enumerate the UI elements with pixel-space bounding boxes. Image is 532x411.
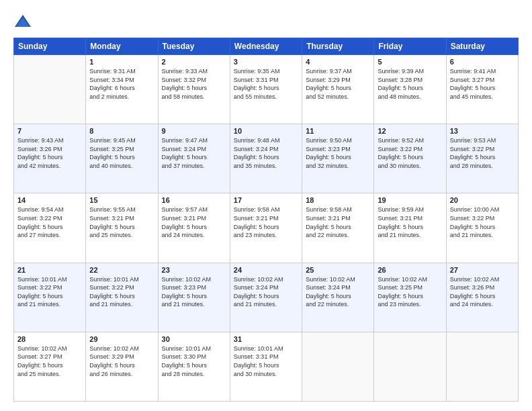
calendar-cell: 1Sunrise: 9:31 AM Sunset: 3:34 PM Daylig… (86, 55, 158, 124)
weekday-header-tuesday: Tuesday (158, 38, 230, 55)
logo-icon (13, 12, 32, 31)
calendar-cell: 6Sunrise: 9:41 AM Sunset: 3:27 PM Daylig… (446, 55, 518, 124)
calendar-table: SundayMondayTuesdayWednesdayThursdayFrid… (13, 38, 519, 402)
calendar-cell (374, 332, 446, 401)
day-info: Sunrise: 9:48 AM Sunset: 3:24 PM Dayligh… (234, 136, 298, 170)
page: SundayMondayTuesdayWednesdayThursdayFrid… (0, 0, 532, 411)
day-number: 16 (162, 196, 226, 204)
day-info: Sunrise: 9:37 AM Sunset: 3:29 PM Dayligh… (306, 67, 370, 101)
calendar-cell: 11Sunrise: 9:50 AM Sunset: 3:23 PM Dayli… (302, 124, 374, 193)
calendar-cell: 26Sunrise: 10:02 AM Sunset: 3:25 PM Dayl… (374, 263, 446, 332)
day-info: Sunrise: 9:31 AM Sunset: 3:34 PM Dayligh… (89, 67, 154, 101)
calendar-cell: 14Sunrise: 9:54 AM Sunset: 3:22 PM Dayli… (14, 193, 86, 263)
calendar-cell: 17Sunrise: 9:58 AM Sunset: 3:21 PM Dayli… (230, 193, 302, 263)
weekday-header-thursday: Thursday (302, 38, 374, 55)
day-number: 30 (162, 335, 226, 343)
day-number: 7 (17, 127, 82, 135)
calendar-cell: 12Sunrise: 9:52 AM Sunset: 3:22 PM Dayli… (374, 124, 446, 193)
day-number: 23 (162, 266, 226, 274)
day-number: 8 (89, 127, 154, 135)
day-info: Sunrise: 10:00 AM Sunset: 3:22 PM Daylig… (450, 205, 515, 239)
weekday-header-row: SundayMondayTuesdayWednesdayThursdayFrid… (14, 38, 519, 55)
weekday-header-monday: Monday (86, 38, 158, 55)
day-number: 3 (234, 58, 298, 66)
day-info: Sunrise: 10:02 AM Sunset: 3:26 PM Daylig… (450, 275, 515, 309)
day-number: 9 (162, 127, 226, 135)
day-number: 13 (450, 127, 515, 135)
logo (13, 12, 35, 31)
calendar-cell: 23Sunrise: 10:02 AM Sunset: 3:23 PM Dayl… (158, 263, 230, 332)
day-info: Sunrise: 9:58 AM Sunset: 3:21 PM Dayligh… (306, 205, 370, 239)
day-number: 15 (89, 196, 154, 204)
day-info: Sunrise: 9:53 AM Sunset: 3:22 PM Dayligh… (450, 136, 515, 170)
day-number: 12 (378, 127, 442, 135)
calendar-week-row: 28Sunrise: 10:02 AM Sunset: 3:27 PM Dayl… (14, 332, 519, 401)
day-info: Sunrise: 9:50 AM Sunset: 3:23 PM Dayligh… (306, 136, 370, 170)
day-number: 26 (378, 266, 442, 274)
calendar-cell: 2Sunrise: 9:33 AM Sunset: 3:32 PM Daylig… (158, 55, 230, 124)
day-info: Sunrise: 10:01 AM Sunset: 3:22 PM Daylig… (17, 275, 82, 309)
calendar-cell: 10Sunrise: 9:48 AM Sunset: 3:24 PM Dayli… (230, 124, 302, 193)
day-number: 10 (234, 127, 298, 135)
day-info: Sunrise: 9:58 AM Sunset: 3:21 PM Dayligh… (234, 205, 298, 239)
calendar-cell: 15Sunrise: 9:55 AM Sunset: 3:21 PM Dayli… (86, 193, 158, 263)
calendar-cell: 28Sunrise: 10:02 AM Sunset: 3:27 PM Dayl… (14, 332, 86, 401)
calendar-cell: 9Sunrise: 9:47 AM Sunset: 3:24 PM Daylig… (158, 124, 230, 193)
day-number: 28 (17, 335, 82, 343)
calendar-cell: 25Sunrise: 10:02 AM Sunset: 3:24 PM Dayl… (302, 263, 374, 332)
day-number: 5 (378, 58, 442, 66)
day-info: Sunrise: 9:41 AM Sunset: 3:27 PM Dayligh… (450, 67, 515, 101)
day-info: Sunrise: 10:02 AM Sunset: 3:24 PM Daylig… (234, 275, 298, 309)
calendar-cell: 21Sunrise: 10:01 AM Sunset: 3:22 PM Dayl… (14, 263, 86, 332)
day-info: Sunrise: 9:57 AM Sunset: 3:21 PM Dayligh… (162, 205, 226, 239)
day-number: 22 (89, 266, 154, 274)
calendar-cell: 30Sunrise: 10:01 AM Sunset: 3:30 PM Dayl… (158, 332, 230, 401)
weekday-header-wednesday: Wednesday (230, 38, 302, 55)
day-number: 2 (162, 58, 226, 66)
calendar-cell: 4Sunrise: 9:37 AM Sunset: 3:29 PM Daylig… (302, 55, 374, 124)
day-info: Sunrise: 9:59 AM Sunset: 3:21 PM Dayligh… (378, 205, 442, 239)
day-number: 20 (450, 196, 515, 204)
calendar-cell: 27Sunrise: 10:02 AM Sunset: 3:26 PM Dayl… (446, 263, 518, 332)
calendar-cell (302, 332, 374, 401)
calendar-cell: 7Sunrise: 9:43 AM Sunset: 3:26 PM Daylig… (14, 124, 86, 193)
day-info: Sunrise: 9:33 AM Sunset: 3:32 PM Dayligh… (162, 67, 226, 101)
calendar-cell (446, 332, 518, 401)
calendar-cell: 13Sunrise: 9:53 AM Sunset: 3:22 PM Dayli… (446, 124, 518, 193)
weekday-header-friday: Friday (374, 38, 446, 55)
day-number: 31 (234, 335, 298, 343)
weekday-header-saturday: Saturday (446, 38, 518, 55)
day-info: Sunrise: 9:54 AM Sunset: 3:22 PM Dayligh… (17, 205, 82, 239)
day-info: Sunrise: 10:02 AM Sunset: 3:24 PM Daylig… (306, 275, 370, 309)
day-info: Sunrise: 9:47 AM Sunset: 3:24 PM Dayligh… (162, 136, 226, 170)
calendar-week-row: 14Sunrise: 9:54 AM Sunset: 3:22 PM Dayli… (14, 193, 519, 263)
calendar-cell: 22Sunrise: 10:01 AM Sunset: 3:22 PM Dayl… (86, 263, 158, 332)
calendar-cell: 16Sunrise: 9:57 AM Sunset: 3:21 PM Dayli… (158, 193, 230, 263)
day-number: 25 (306, 266, 370, 274)
calendar-week-row: 21Sunrise: 10:01 AM Sunset: 3:22 PM Dayl… (14, 263, 519, 332)
header (13, 12, 519, 31)
calendar-cell: 18Sunrise: 9:58 AM Sunset: 3:21 PM Dayli… (302, 193, 374, 263)
day-number: 4 (306, 58, 370, 66)
day-info: Sunrise: 10:01 AM Sunset: 3:30 PM Daylig… (162, 345, 226, 378)
day-info: Sunrise: 10:02 AM Sunset: 3:23 PM Daylig… (162, 275, 226, 309)
day-info: Sunrise: 9:39 AM Sunset: 3:28 PM Dayligh… (378, 67, 442, 101)
calendar-cell: 29Sunrise: 10:02 AM Sunset: 3:29 PM Dayl… (86, 332, 158, 401)
day-info: Sunrise: 10:02 AM Sunset: 3:27 PM Daylig… (17, 345, 82, 378)
day-number: 21 (17, 266, 82, 274)
day-number: 11 (306, 127, 370, 135)
day-number: 19 (378, 196, 442, 204)
day-number: 27 (450, 266, 515, 274)
calendar-cell: 31Sunrise: 10:01 AM Sunset: 3:31 PM Dayl… (230, 332, 302, 401)
day-number: 17 (234, 196, 298, 204)
day-number: 1 (89, 58, 154, 66)
day-info: Sunrise: 9:52 AM Sunset: 3:22 PM Dayligh… (378, 136, 442, 170)
day-info: Sunrise: 9:43 AM Sunset: 3:26 PM Dayligh… (17, 136, 82, 170)
day-number: 18 (306, 196, 370, 204)
day-info: Sunrise: 10:01 AM Sunset: 3:22 PM Daylig… (89, 275, 154, 309)
day-info: Sunrise: 9:45 AM Sunset: 3:25 PM Dayligh… (89, 136, 154, 170)
day-info: Sunrise: 10:02 AM Sunset: 3:25 PM Daylig… (378, 275, 442, 309)
day-info: Sunrise: 10:01 AM Sunset: 3:31 PM Daylig… (234, 345, 298, 378)
day-info: Sunrise: 9:55 AM Sunset: 3:21 PM Dayligh… (89, 205, 154, 239)
calendar-cell: 3Sunrise: 9:35 AM Sunset: 3:31 PM Daylig… (230, 55, 302, 124)
